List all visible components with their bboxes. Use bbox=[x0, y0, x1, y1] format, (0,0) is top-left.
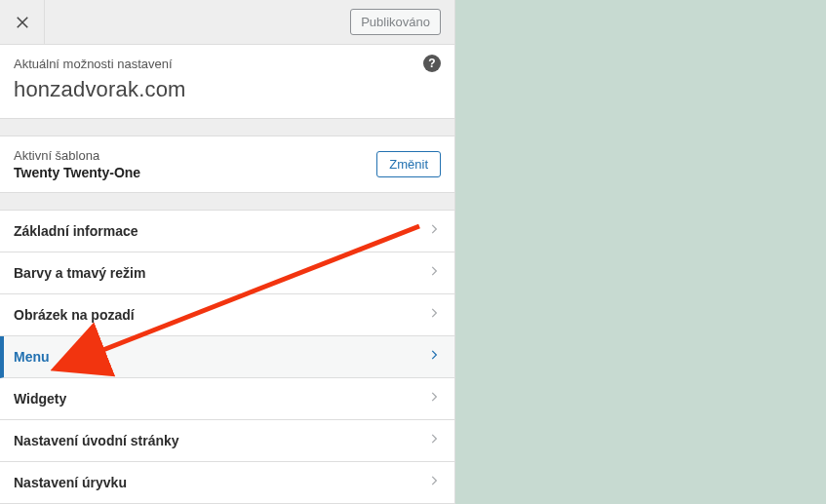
chevron-right-icon bbox=[427, 222, 441, 240]
change-theme-button[interactable]: Změnit bbox=[376, 151, 441, 177]
spacer bbox=[0, 119, 454, 136]
section-list: Základní informaceBarvy a tmavý režimObr… bbox=[0, 210, 454, 504]
panel-header-caption: Aktuální možnosti nastavení bbox=[14, 57, 441, 71]
section-item-label: Nastavení úvodní stránky bbox=[14, 433, 179, 448]
close-button[interactable] bbox=[0, 0, 45, 45]
theme-info: Aktivní šablona Twenty Twenty-One bbox=[14, 148, 376, 180]
topbar: Publikováno bbox=[0, 0, 454, 45]
section-item-label: Widgety bbox=[14, 391, 66, 407]
panel-header: Aktuální možnosti nastavení honzadvorak.… bbox=[0, 45, 454, 119]
chevron-right-icon bbox=[427, 432, 441, 449]
section-item[interactable]: Menu bbox=[0, 336, 454, 378]
help-icon[interactable]: ? bbox=[423, 55, 441, 72]
customizer-panel: Publikováno Aktuální možnosti nastavení … bbox=[0, 0, 455, 504]
chevron-right-icon bbox=[427, 348, 441, 366]
chevron-right-icon bbox=[427, 474, 441, 491]
section-item-label: Barvy a tmavý režim bbox=[14, 265, 145, 281]
preview-area bbox=[455, 0, 826, 504]
theme-caption: Aktivní šablona bbox=[14, 148, 376, 163]
theme-block: Aktivní šablona Twenty Twenty-One Změnit bbox=[0, 136, 454, 193]
site-title: honzadvorak.com bbox=[14, 77, 441, 102]
close-icon bbox=[14, 14, 31, 31]
section-item[interactable]: Nastavení úvodní stránky bbox=[0, 420, 454, 462]
section-item-label: Menu bbox=[14, 349, 50, 365]
section-item[interactable]: Barvy a tmavý režim bbox=[0, 252, 454, 294]
publish-button[interactable]: Publikováno bbox=[350, 9, 441, 35]
section-item-label: Nastavení úryvku bbox=[14, 475, 127, 490]
section-item-label: Obrázek na pozadí bbox=[14, 307, 135, 323]
chevron-right-icon bbox=[427, 264, 441, 282]
section-item[interactable]: Widgety bbox=[0, 378, 454, 420]
spacer bbox=[0, 193, 454, 210]
chevron-right-icon bbox=[427, 390, 441, 407]
section-item-label: Základní informace bbox=[14, 223, 138, 239]
theme-name: Twenty Twenty-One bbox=[14, 165, 376, 180]
section-item[interactable]: Nastavení úryvku bbox=[0, 462, 454, 504]
section-item[interactable]: Obrázek na pozadí bbox=[0, 294, 454, 336]
section-item[interactable]: Základní informace bbox=[0, 211, 454, 252]
chevron-right-icon bbox=[427, 306, 441, 324]
